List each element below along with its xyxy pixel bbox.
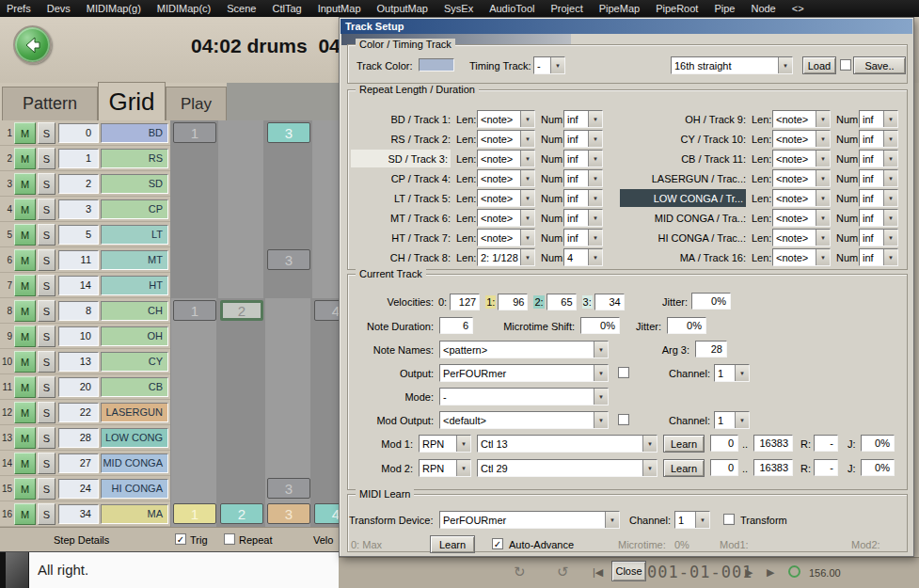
menu-item-project[interactable]: Project [550, 3, 582, 14]
grid-cell[interactable]: 1 [173, 300, 216, 321]
mute-button[interactable]: M [14, 300, 36, 322]
menu-item-outputmap[interactable]: OutputMap [377, 3, 428, 14]
grid-cell[interactable]: 1 [173, 122, 216, 143]
mod1-j-field[interactable]: 0% [861, 435, 895, 452]
len-combo[interactable]: <note>▼ [772, 150, 831, 167]
repeat-checkbox[interactable] [224, 533, 235, 545]
undo-icon[interactable]: ↺ [557, 564, 569, 580]
load-button[interactable]: Load [802, 56, 836, 74]
play-next-icon[interactable]: ▶ [767, 566, 774, 579]
preset-combo[interactable]: 16th straight▼ [671, 56, 793, 74]
output-checkbox[interactable] [618, 367, 629, 378]
mod1-min-field[interactable]: 0 [710, 435, 738, 452]
num-combo[interactable]: inf▼ [859, 229, 898, 246]
grid-cell[interactable]: 2 [220, 300, 263, 321]
track-value[interactable]: 11 [58, 250, 99, 270]
mod1-learn-button[interactable]: Learn [663, 435, 705, 453]
solo-button[interactable]: S [38, 427, 55, 449]
microtime-shift-field[interactable]: 0% [580, 317, 620, 334]
menu-item-sysex[interactable]: SysEx [444, 3, 473, 14]
mute-button[interactable]: M [14, 453, 36, 474]
chevron-down-icon[interactable]: ▼ [594, 365, 608, 381]
track-value[interactable]: 2 [58, 174, 99, 194]
step-grid[interactable]: 13312431234 [170, 120, 339, 527]
mod1-type-combo[interactable]: RPN▼ [419, 435, 471, 453]
chevron-down-icon[interactable]: ▼ [735, 412, 749, 428]
solo-button[interactable]: S [38, 275, 55, 296]
len-combo[interactable]: <note>▼ [772, 189, 831, 207]
mute-button[interactable]: M [14, 503, 36, 525]
chevron-down-icon[interactable]: ▼ [735, 365, 749, 381]
tempo-display[interactable]: 156.00 [809, 567, 841, 579]
grid-cell[interactable]: 4 [314, 503, 339, 524]
track-value[interactable]: 22 [58, 403, 99, 422]
menu-item-[interactable]: <> [792, 3, 804, 14]
velocity-field[interactable]: 34 [594, 294, 625, 310]
chevron-down-icon[interactable]: ▼ [883, 210, 897, 226]
len-combo[interactable]: <note>▼ [772, 229, 831, 246]
grid-cell[interactable]: 3 [267, 503, 310, 524]
track-name[interactable]: SD [101, 174, 168, 194]
solo-button[interactable]: S [38, 148, 55, 169]
num-combo[interactable]: inf▼ [859, 209, 898, 227]
track-value[interactable]: 10 [58, 326, 99, 346]
chevron-down-icon[interactable]: ▼ [883, 190, 897, 206]
grid-cell[interactable]: 3 [267, 122, 310, 143]
track-name[interactable]: LOW CONG [101, 428, 168, 448]
chevron-down-icon[interactable]: ▼ [883, 111, 897, 127]
mute-button[interactable]: M [14, 376, 36, 398]
solo-button[interactable]: S [38, 402, 55, 423]
chevron-down-icon[interactable]: ▼ [883, 170, 897, 186]
mod2-learn-button[interactable]: Learn [663, 459, 705, 477]
arg3-field[interactable]: 28 [695, 341, 727, 358]
solo-button[interactable]: S [38, 453, 55, 474]
menu-item-inputmap[interactable]: InputMap [318, 3, 361, 14]
chevron-down-icon[interactable]: ▼ [883, 151, 897, 167]
track-name[interactable]: LT [101, 225, 168, 245]
mute-button[interactable]: M [14, 173, 36, 195]
mute-button[interactable]: M [14, 402, 36, 423]
menu-item-midimapc[interactable]: MIDIMap(c) [157, 3, 211, 14]
tab-play[interactable]: Play [166, 87, 227, 120]
solo-button[interactable]: S [38, 326, 55, 347]
repeat-track-label[interactable]: LOW CONGA / Tr... [620, 189, 746, 207]
mod-output-combo[interactable]: <default>▼ [439, 411, 609, 429]
track-name[interactable]: HI CONGA [101, 479, 168, 499]
chevron-down-icon[interactable]: ▼ [695, 512, 709, 528]
velocity-field[interactable]: 65 [547, 294, 577, 310]
chevron-down-icon[interactable]: ▼ [883, 131, 897, 147]
track-name[interactable]: CY [101, 352, 168, 372]
grid-cell[interactable]: 3 [267, 249, 310, 270]
solo-button[interactable]: S [38, 199, 55, 220]
num-combo[interactable]: inf▼ [859, 169, 898, 187]
mod2-r-field[interactable]: - [814, 459, 838, 476]
menu-item-midimapg[interactable]: MIDIMap(g) [87, 3, 141, 14]
note-names-combo[interactable]: <pattern>▼ [439, 341, 609, 358]
mute-button[interactable]: M [14, 122, 36, 144]
track-name[interactable]: CH [101, 301, 168, 321]
chevron-down-icon[interactable]: ▼ [816, 190, 830, 206]
mod-output-checkbox[interactable] [618, 414, 629, 425]
menu-item-node[interactable]: Node [751, 3, 775, 14]
mod1-ctl-combo[interactable]: Ctl 13▼ [477, 435, 658, 453]
mute-button[interactable]: M [14, 275, 36, 296]
len-combo[interactable]: <note>▼ [772, 209, 831, 227]
chevron-down-icon[interactable]: ▼ [594, 389, 608, 405]
menu-item-piperoot[interactable]: PipeRoot [656, 3, 698, 14]
track-value[interactable]: 3 [58, 199, 99, 219]
track-value[interactable]: 34 [58, 504, 99, 524]
track-name[interactable]: RS [101, 149, 168, 168]
track-value[interactable]: 27 [58, 453, 99, 473]
menu-item-pipe[interactable]: Pipe [714, 3, 735, 14]
len-combo[interactable]: <note>▼ [772, 248, 831, 266]
mute-button[interactable]: M [14, 148, 36, 169]
solo-button[interactable]: S [38, 503, 55, 525]
chevron-down-icon[interactable]: ▼ [883, 249, 897, 265]
menu-item-scene[interactable]: Scene [227, 3, 256, 14]
mod2-min-field[interactable]: 0 [710, 459, 738, 476]
learn-button[interactable]: Learn [430, 535, 475, 553]
chevron-down-icon[interactable]: ▼ [550, 57, 564, 73]
mod1-max-field[interactable]: 16383 [753, 435, 793, 452]
chevron-down-icon[interactable]: ▼ [816, 170, 830, 186]
track-name[interactable]: HT [101, 276, 168, 295]
